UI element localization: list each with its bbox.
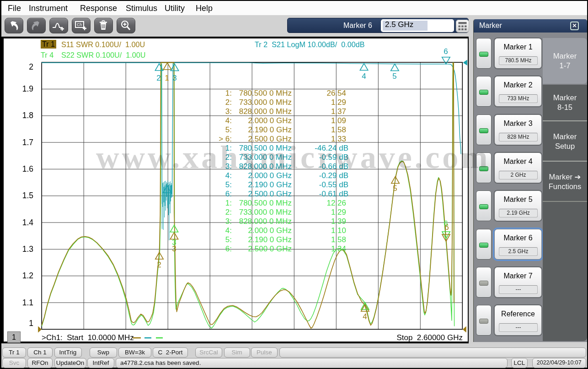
svg-text:Ch: Ch — [77, 22, 82, 27]
